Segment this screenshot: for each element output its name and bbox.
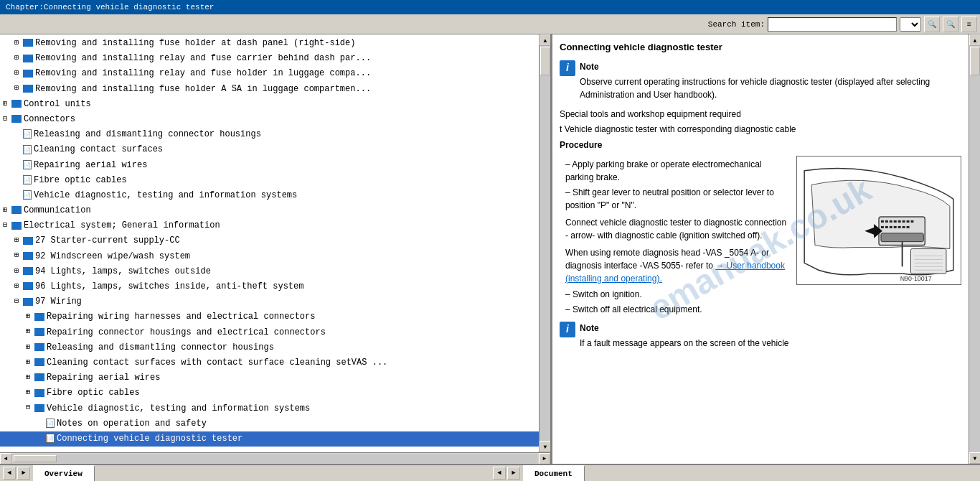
search-btn-2[interactable]: 🔍 [943,17,958,32]
tree-item-label: Repairing aerial wires [34,160,147,170]
tree-item[interactable]: ⊞96 Lights, lamps, switches inside, anti… [0,279,539,294]
tool-item: t Vehicle diagnostic tester with corresp… [560,123,961,136]
tree-container[interactable]: ⊞Removing and installing fuse holder at … [0,34,539,452]
tree-item[interactable]: ⊟Vehicle diagnostic, testing and informa… [0,401,539,416]
right-with-scroll: emanuak.co.uk Connecting vehicle diagnos… [552,34,980,464]
tree-item[interactable]: 📄Notes on operation and safety [0,416,539,431]
tree-item[interactable]: ⊞Fibre optic cables [0,386,539,401]
scroll-thumb[interactable] [540,47,550,75]
tree-item[interactable]: ⊞94 Lights, lamps, switches outside [0,264,539,279]
right-scroll-down[interactable]: ▼ [969,452,980,464]
tree-item-label: Cleaning contact surfaces with contact s… [47,358,387,368]
tree-item[interactable]: ⊟Electrical system; General information [0,218,539,233]
svg-rect-2 [881,220,884,223]
tree-item[interactable]: ⊞92 Windscreen wipe/wash system [0,249,539,264]
hscroll-right-btn[interactable]: ► [539,453,550,464]
tree-item[interactable]: ⊞Removing and installing fuse holder at … [0,36,539,51]
step-2: – Shift gear lever to neutral position o… [560,186,789,212]
tree-item-label: 96 Lights, lamps, switches inside, anti-… [35,281,303,291]
tree-item[interactable]: 📄Vehicle diagnostic, testing and informa… [0,188,539,203]
tab-document[interactable]: Document [523,465,585,481]
tree-item-label: Cleaning contact surfaces [34,144,163,154]
tree-item-label: Fibre optic cables [34,175,127,185]
svg-rect-10 [881,225,884,228]
tree-item[interactable]: ⊞Control units [0,97,539,112]
svg-rect-8 [907,220,910,223]
scroll-track [540,46,550,441]
step-1: – Apply parking brake or operate electro… [560,158,789,184]
tree-item[interactable]: 📄Cleaning contact surfaces [0,142,539,157]
right-scrollbar[interactable]: ▲ ▼ [969,34,980,464]
note-label-1: Note [580,60,961,73]
right-scroll-up[interactable]: ▲ [969,34,980,46]
nav-doc-right-btn[interactable]: ► [507,467,520,480]
svg-text:N90-10017: N90-10017 [900,275,932,282]
content-title: Connecting vehicle diagnostic tester [560,40,961,55]
left-nav: ◄ ► [0,465,33,481]
tree-item-label: Releasing and dismantling connector hous… [34,129,261,139]
svg-rect-12 [890,225,892,228]
note-icon-1: i [560,60,575,76]
svg-rect-15 [903,225,905,228]
tree-item-label: Repairing aerial wires [47,373,160,383]
search-label: Search item: [708,20,765,29]
tree-item[interactable]: ⊞Repairing wiring harnesses and electric… [0,309,539,324]
svg-rect-16 [907,225,910,228]
tree-item-label: 97 Wiring [35,296,82,307]
scroll-down-btn[interactable]: ▼ [540,441,550,452]
step-4: When using remote diagnosis head -VAS _5… [560,246,789,285]
tree-item[interactable]: ⊞27 Starter-current supply-CC [0,233,539,248]
tree-item-label: Connecting vehicle diagnostic tester [57,434,242,444]
tree-scrollbar[interactable]: ▲ ▼ [539,34,550,452]
tree-item-label: Releasing and dismantling connector hous… [47,342,274,352]
hscroll-left-btn[interactable]: ◄ [0,453,11,464]
tree-item[interactable]: ⊞Removing and installing relay and fuse … [0,66,539,81]
tree-item[interactable]: 📄Fibre optic cables [0,173,539,188]
tree-item-label: Removing and installing relay and fuse h… [35,68,371,78]
hscroll-thumb[interactable] [14,455,57,462]
tree-item-label: Removing and installing fuse holder A SA… [35,84,371,94]
right-scroll-track [969,46,980,452]
handbook-link[interactable]: → User handbook (installing and operatin… [565,261,785,284]
main-container: ⊞Removing and installing fuse holder at … [0,34,980,464]
tree-hscroll[interactable]: ◄ ► [0,452,550,464]
tree-item[interactable]: ⊞Releasing and dismantling connector hou… [0,340,539,355]
svg-rect-14 [898,225,901,228]
title-bar: Chapter:Connecting vehicle diagnostic te… [0,0,980,14]
left-panel: ⊞Removing and installing fuse holder at … [0,34,552,464]
search-dropdown[interactable] [900,17,921,32]
tree-item[interactable]: ⊞Repairing connector housings and electr… [0,325,539,340]
step-5: – Switch on ignition. [560,288,789,301]
svg-rect-3 [885,220,888,223]
tree-item[interactable]: ⊞Cleaning contact surfaces with contact … [0,355,539,370]
nav-right-btn[interactable]: ► [17,467,30,480]
right-scroll-thumb[interactable] [970,47,980,75]
nav-doc-left-btn[interactable]: ◄ [493,467,506,480]
nav-left-btn[interactable]: ◄ [3,467,16,480]
tree-item-label: 27 Starter-current supply-CC [35,235,180,246]
tree-item[interactable]: ⊞Repairing aerial wires [0,370,539,386]
tree-item-label: Removing and installing relay and fuse c… [35,53,371,63]
tree-item[interactable]: 📄Releasing and dismantling connector hou… [0,127,539,142]
tree-item[interactable]: ⊞Communication [0,203,539,218]
tree-item[interactable]: 📄Connecting vehicle diagnostic tester [0,431,539,447]
tree-item[interactable]: 📄Repairing aerial wires [0,158,539,173]
tree-item-label: 92 Windscreen wipe/wash system [35,251,190,261]
search-btn-1[interactable]: 🔍 [924,17,940,32]
note-text-2: If a fault message appears on the screen… [580,337,789,350]
search-input[interactable] [768,17,897,32]
tree-item-label: Notes on operation and safety [57,419,207,429]
two-col-layout: – Apply parking brake or operate electro… [560,156,961,356]
svg-rect-13 [894,225,897,228]
text-column: – Apply parking brake or operate electro… [560,156,789,356]
scroll-up-btn[interactable]: ▲ [540,34,550,46]
tree-item[interactable]: ⊟Connectors [0,112,539,127]
tree-item[interactable]: ⊟97 Wiring [0,294,539,309]
tab-overview[interactable]: Overview [33,465,95,481]
tree-item[interactable]: ⊞Removing and installing relay and fuse … [0,51,539,66]
note-label-2: Note [580,322,789,335]
tree-item-label: Vehicle diagnostic, testing and informat… [34,190,297,200]
title-text: Chapter:Connecting vehicle diagnostic te… [6,3,214,11]
tree-item[interactable]: ⊞Removing and installing fuse holder A S… [0,82,539,97]
toolbar-extra-btn[interactable]: ≡ [961,17,977,32]
